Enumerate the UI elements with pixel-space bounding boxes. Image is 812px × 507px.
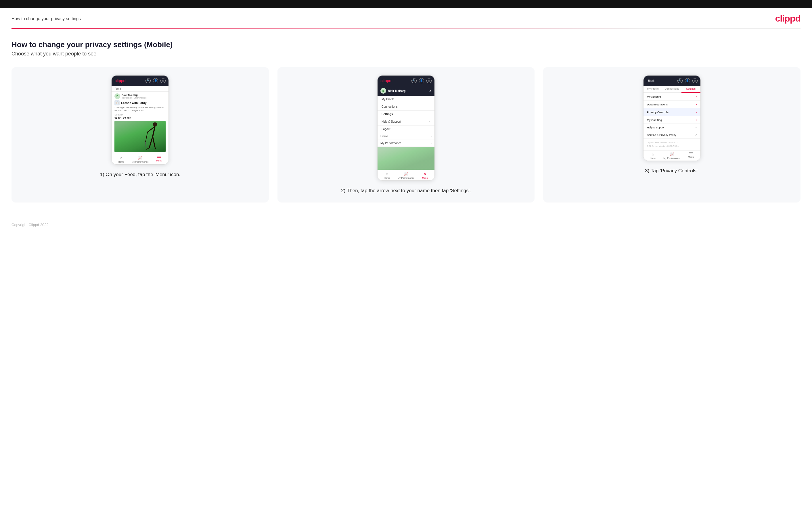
settings-item-myaccount: My Account › (644, 93, 701, 101)
mygolfbag-chevron: › (696, 118, 697, 121)
step2-caption: 2) Then, tap the arrow next to your name… (341, 187, 471, 194)
nav2-performance-label: My Performance (398, 177, 415, 179)
myaccount-label: My Account (647, 95, 661, 98)
step2-logo: clippd (380, 78, 391, 83)
step-3-phone: ‹ Back 🔍 👤 ⚙ My Profile Connections Sett… (643, 75, 701, 161)
nav-performance-label: My Performance (132, 161, 149, 163)
svg-line-4 (146, 148, 149, 149)
performance-icon-2: 📈 (404, 172, 408, 176)
lesson-icon: 📋 (114, 100, 119, 105)
settings-item-dataintegrations: Data Integrations › (644, 101, 701, 108)
feed-avatar-row: B Blair McHarg Yesterday · Sunningdale (114, 93, 166, 99)
nav3-performance: 📈 My Performance (662, 152, 681, 159)
settings-privacypolicy-label: Service & Privacy Policy (647, 133, 676, 136)
settings-item-mygolfbag: My Golf Bag › (644, 116, 701, 124)
nav-performance: 📈 My Performance (131, 156, 150, 163)
duration-label: Duration (114, 113, 166, 116)
menu-section-performance-label: My Performance (380, 142, 401, 145)
home-icon: ⌂ (120, 156, 122, 160)
step-2-card: clippd 🔍 👤 ⚙ B Blair McHarg (277, 67, 535, 203)
menu-item-settings: Settings (377, 111, 435, 118)
back-button: ‹ Back (646, 79, 654, 82)
menu-bg-overlay (377, 147, 435, 170)
nav2-menu-close: ✕ Menu (415, 172, 435, 179)
nav-menu-label: Menu (156, 159, 162, 162)
version-info: Clippd Client Version: 2022.8.3-3 GQL Se… (644, 139, 701, 150)
step2-topbar: clippd 🔍 👤 ⚙ (377, 75, 435, 86)
duration-value: 01 hr : 30 min (114, 116, 166, 119)
nav3-menu: Menu (681, 152, 701, 159)
main-content: How to change your privacy settings (Mob… (0, 29, 812, 214)
settings-icon: ⚙ (160, 78, 166, 83)
footer: Copyright Clippd 2022 (0, 214, 812, 233)
svg-point-0 (153, 122, 157, 126)
step1-bottom-nav: ⌂ Home 📈 My Performance Menu (111, 154, 168, 164)
menu-item-helpsupport: Help & Support (377, 118, 435, 125)
dataintegrations-chevron: › (696, 103, 697, 106)
nav2-home: ⌂ Home (377, 172, 397, 179)
menu-item-myprofile: My Profile (377, 96, 435, 103)
home-icon-3: ⌂ (652, 152, 654, 156)
step1-logo: clippd (114, 78, 125, 83)
tab-myprofile: My Profile (644, 86, 662, 92)
settings-icon-2: ⚙ (426, 78, 432, 83)
nav3-menu-label: Menu (688, 156, 694, 158)
search-icon: 🔍 (146, 78, 151, 83)
nav3-performance-label: My Performance (663, 157, 680, 159)
feed-image (114, 121, 166, 152)
menu-dropdown: B Blair McHarg ∧ My Profile Connections … (377, 86, 435, 170)
feed-date: Yesterday · Sunningdale (121, 97, 146, 99)
home-chevron-icon: › (431, 135, 432, 138)
mygolfbag-label: My Golf Bag (647, 118, 662, 121)
menu-user-left: B Blair McHarg (380, 88, 406, 94)
svg-line-2 (149, 136, 153, 148)
svg-line-8 (145, 142, 146, 151)
nav3-home-label: Home (650, 157, 656, 159)
user-icon-3: 👤 (685, 78, 690, 83)
dataintegrations-label: Data Integrations (647, 103, 668, 106)
step-3-card: ‹ Back 🔍 👤 ⚙ My Profile Connections Sett… (543, 67, 801, 203)
user-icon-2: 👤 (419, 78, 424, 83)
step-2-phone: clippd 🔍 👤 ⚙ B Blair McHarg (377, 75, 435, 181)
performance-icon-3: 📈 (670, 152, 674, 156)
settings-helpsupport-label: Help & Support (647, 126, 665, 129)
search-icon-2: 🔍 (411, 78, 417, 83)
menu-user-avatar: B (380, 88, 386, 94)
step1-caption: 1) On your Feed, tap the 'Menu' icon. (100, 171, 181, 178)
nav2-menu-label: Menu (422, 177, 428, 179)
nav2-performance: 📈 My Performance (397, 172, 415, 179)
settings-item-privacycontrols: Privacy Controls › (644, 108, 701, 116)
step3-icons: 🔍 👤 ⚙ (677, 78, 698, 83)
step3-caption: 3) Tap 'Privacy Controls'. (645, 167, 699, 175)
copyright-text: Copyright Clippd 2022 (11, 223, 49, 227)
menu-icon-3 (689, 152, 693, 153)
menu-section-performance: My Performance › (377, 140, 435, 147)
nav2-home-label: Home (384, 177, 390, 179)
menu-section-home-label: Home (380, 135, 388, 138)
step1-topbar: clippd 🔍 👤 ⚙ (111, 75, 168, 86)
svg-line-3 (153, 136, 155, 147)
step1-icons: 🔍 👤 ⚙ (146, 78, 166, 83)
menu-section-home: Home › (377, 133, 435, 140)
user-icon: 👤 (153, 78, 158, 83)
close-icon: ✕ (423, 172, 426, 176)
nav-menu: Menu (150, 156, 168, 163)
performance-icon: 📈 (138, 156, 142, 160)
feed-description: Looking to feel like my hands are exitin… (114, 106, 166, 112)
settings-item-privacypolicy: Service & Privacy Policy (644, 131, 701, 139)
step3-bottom-nav: ⌂ Home 📈 My Performance Menu (644, 150, 701, 161)
step-1-card: clippd 🔍 👤 ⚙ Feed B Blair McHarg (11, 67, 269, 203)
settings-tabs: My Profile Connections Settings (644, 86, 701, 93)
feed-username: Blair McHarg (121, 94, 146, 97)
lesson-title: Lesson with Fordy (121, 101, 146, 105)
tab-settings: Settings (681, 86, 701, 93)
svg-line-5 (155, 147, 156, 149)
svg-line-7 (146, 132, 148, 142)
header: How to change your privacy settings clip… (0, 8, 812, 28)
menu-item-logout: Logout (377, 125, 435, 133)
step2-bottom-nav: ⌂ Home 📈 My Performance ✕ Menu (377, 170, 435, 180)
version-client: Clippd Client Version: 2022.8.3-3 (647, 141, 697, 145)
privacycontrols-chevron: › (696, 110, 697, 114)
menu-username: Blair McHarg (388, 89, 406, 93)
myaccount-chevron: › (696, 95, 697, 98)
